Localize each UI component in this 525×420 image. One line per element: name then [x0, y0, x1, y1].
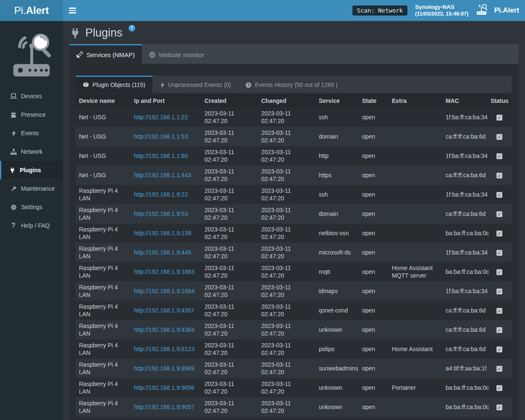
sidebar-item-events[interactable]: Events — [0, 124, 63, 142]
table-row: Net - USGhttp://192.168.1.1:532023-03-11… — [76, 127, 512, 146]
status-checkbox[interactable]: ✓ — [496, 385, 502, 391]
ip-port-link[interactable]: http://192.168.1.1:80 — [134, 152, 188, 159]
sidebar-item-plugins[interactable]: Plugins — [0, 161, 63, 179]
column-header-status[interactable]: Status — [487, 94, 512, 108]
status-checkbox[interactable]: ✓ — [496, 308, 502, 314]
changed-cell: 2023-03-11 02:47:20 — [258, 108, 315, 127]
status-checkbox[interactable]: ✓ — [496, 289, 502, 294]
ip-port-link[interactable]: http://192.168.1.9:1884 — [134, 288, 194, 294]
status-checkbox[interactable]: ✓ — [496, 269, 502, 275]
ip-port-cell: http://192.168.1.9:9057 — [131, 397, 201, 417]
service-cell: idmaps — [315, 281, 359, 301]
status-checkbox[interactable]: ✓ — [496, 192, 502, 198]
changed-cell: 2023-03-11 02:47:20 — [258, 146, 315, 165]
mac-cell: ba:ba:ff:ca:ba:0c — [442, 378, 487, 397]
sidebar: DevicesPresenceEventsNetworkPluginsMaint… — [0, 21, 63, 420]
column-header-service[interactable]: Service — [315, 94, 359, 108]
device-name-cell: Raspberry Pi 4 LAN — [76, 417, 131, 420]
column-header-state[interactable]: State — [359, 94, 388, 108]
app-identity[interactable]: Pi.Alert — [476, 4, 519, 17]
table-row: Raspberry Pi 4 LANhttp://192.168.1.9:222… — [76, 185, 512, 204]
extra-cell — [388, 127, 442, 146]
status-checkbox[interactable]: ✓ — [496, 250, 502, 256]
ip-port-cell: http://192.168.1.9:9056 — [131, 378, 201, 397]
subtab-plugin-objects-115[interactable]: Plugin Objects (115) — [76, 76, 152, 93]
ip-port-cell: http://192.168.1.1:443 — [131, 165, 201, 185]
sidebar-item-settings[interactable]: Settings — [0, 198, 63, 216]
device-name-cell: Net - USG — [76, 108, 131, 127]
sidebar-item-label: Presence — [21, 111, 46, 118]
column-header-ip[interactable]: Ip and Port — [131, 94, 201, 108]
created-cell: 2023-03-11 02:47:20 — [201, 204, 258, 223]
ip-port-link[interactable]: http://192.168.1.9:53 — [134, 210, 188, 217]
ip-port-link[interactable]: http://192.168.1.9:9057 — [134, 404, 194, 410]
device-name-cell: Raspberry Pi 4 LAN — [76, 281, 131, 301]
status-checkbox[interactable]: ✓ — [496, 231, 502, 236]
status-cell: ✓ — [487, 185, 512, 204]
device-name-cell: Net - USG — [76, 146, 131, 165]
page-header: Plugins ? — [63, 21, 525, 44]
bolt-icon — [9, 130, 18, 136]
status-checkbox[interactable]: ✓ — [496, 346, 502, 352]
ip-port-link[interactable]: http://192.168.1.9:4357 — [134, 307, 194, 314]
ip-port-link[interactable]: http://192.168.1.1:22 — [134, 114, 188, 121]
ip-port-link[interactable]: http://192.168.1.9:8989 — [134, 365, 194, 372]
ip-port-link[interactable]: http://192.168.1.9:9056 — [134, 384, 194, 391]
column-header-created[interactable]: Created — [201, 94, 258, 108]
ip-port-link[interactable]: http://192.168.1.9:4384 — [134, 326, 194, 333]
sidebar-item-devices[interactable]: Devices — [0, 87, 63, 105]
plugins-box: Services (NMAP)Website monitor Plugin Ob… — [69, 44, 519, 420]
sidebar-item-network[interactable]: Network — [0, 142, 63, 161]
status-checkbox[interactable]: ✓ — [496, 115, 502, 121]
column-header-extra[interactable]: Extra — [388, 94, 442, 108]
ip-port-link[interactable]: http://192.168.1.9:445 — [134, 249, 191, 256]
brand-logo[interactable]: Pi.Alert — [0, 0, 63, 21]
ip-port-link[interactable]: http://192.168.1.9:22 — [134, 191, 188, 198]
help-badge[interactable]: ? — [129, 25, 135, 32]
ip-port-link[interactable]: http://192.168.1.9:8123 — [134, 346, 194, 352]
ip-port-link[interactable]: http://192.168.1.1:53 — [134, 133, 188, 140]
changed-cell: 2023-03-11 02:47:20 — [258, 127, 315, 146]
mac-cell: ca:ff:ff:ca:ba:6d — [442, 165, 487, 185]
changed-cell: 2023-03-11 02:47:20 — [258, 301, 315, 320]
table-row: Raspberry Pi 4 LANhttp://192.168.1.9:139… — [76, 223, 512, 243]
status-checkbox[interactable]: ✓ — [496, 404, 502, 410]
status-checkbox[interactable]: ✓ — [496, 153, 502, 159]
object-tabs: Plugin Objects (115)Unprocessed Events (… — [76, 76, 512, 93]
ip-port-cell: http://192.168.1.9:22 — [131, 185, 201, 204]
status-cell: ✓ — [487, 320, 512, 339]
ip-port-link[interactable]: http://192.168.1.1:443 — [134, 172, 191, 178]
created-cell: 2023-03-11 02:47:20 — [201, 378, 258, 397]
status-checkbox[interactable]: ✓ — [496, 173, 502, 178]
column-header-device[interactable]: Device name — [76, 94, 131, 108]
navbar-right: Scan: Network Synology-NAS (11/03/2023, … — [352, 3, 525, 18]
status-checkbox[interactable]: ✓ — [496, 327, 502, 333]
service-cell: mqtt — [315, 262, 359, 281]
sidebar-item-label: Events — [21, 130, 39, 136]
status-checkbox[interactable]: ✓ — [496, 211, 502, 217]
ip-port-link[interactable]: http://192.168.1.9:1883 — [134, 268, 194, 275]
tab-website-monitor[interactable]: Website monitor — [142, 44, 211, 64]
sidebar-item-help-faq[interactable]: ?Help / FAQ — [0, 216, 63, 235]
sidebar-toggle-icon[interactable] — [63, 0, 82, 21]
extra-cell — [388, 397, 442, 417]
mac-cell: ca:ff:ff:ca:ba:6d — [442, 339, 487, 359]
laptop-icon — [9, 93, 18, 99]
subtab-label: Unprocessed Events (0) — [168, 81, 231, 88]
sidebar-item-maintenance[interactable]: Maintenance — [0, 179, 63, 198]
table-row: Raspberry Pi 4 LANhttp://192.168.1.9:188… — [76, 281, 512, 301]
subtab-events-history-50-out-of-1265[interactable]: Events History (50 out of 1265 ) — [238, 76, 345, 93]
mac-cell: ca:ff:ff:ca:ba:6d — [442, 301, 487, 320]
status-checkbox[interactable]: ✓ — [496, 366, 502, 372]
tab-services-nmap[interactable]: Services (NMAP) — [69, 44, 142, 64]
table-row: Raspberry Pi 4 LANhttp://192.168.1.9:905… — [76, 417, 512, 420]
status-checkbox[interactable]: ✓ — [496, 134, 502, 140]
content-wrapper: Plugins ? Services (NMAP)Website monitor… — [63, 21, 525, 420]
sidebar-item-presence[interactable]: Presence — [0, 105, 63, 124]
status-cell: ✓ — [487, 397, 512, 417]
ip-port-link[interactable]: http://192.168.1.9:139 — [134, 230, 191, 236]
service-cell: unknown — [315, 397, 359, 417]
column-header-mac[interactable]: MAC — [442, 94, 487, 108]
column-header-changed[interactable]: Changed — [258, 94, 315, 108]
subtab-unprocessed-events-0[interactable]: Unprocessed Events (0) — [152, 76, 238, 93]
